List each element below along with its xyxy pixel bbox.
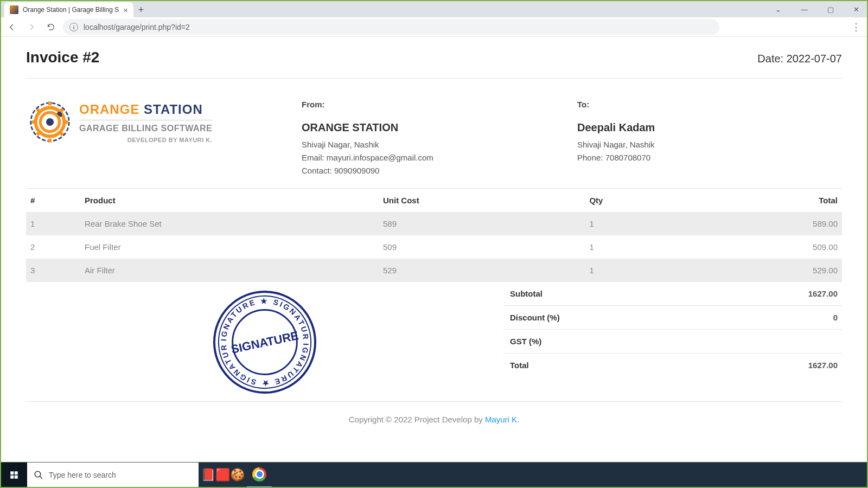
to-label: To: [577,98,842,111]
maximize-button[interactable]: ▢ [823,3,838,16]
page-footer: Copyright © 2022 Project Develop by Mayu… [26,401,842,424]
invoice-header: Invoice #2 Date: 2022-07-07 [26,49,842,79]
signature-stamp-icon: SIGNATURE ★ SIGNATURE SIGNATURE ★ SIGNAT… [211,288,318,396]
th-product: Product [80,189,379,212]
new-tab-button[interactable]: + [133,2,149,17]
invoice-bottom: SIGNATURE ★ SIGNATURE SIGNATURE ★ SIGNAT… [26,282,842,396]
svg-text:SIGNATURE: SIGNATURE [230,329,300,356]
start-button[interactable] [1,463,27,487]
th-num: # [26,189,80,212]
logo-gear-icon [26,98,74,146]
gst-row: GST (%) [503,330,842,354]
subtotal-row: Subtotal 1627.00 [503,282,842,306]
chrome-icon [252,467,266,481]
th-total: Total [687,189,842,212]
search-icon [34,470,43,480]
invoice-date: Date: 2022-07-07 [757,53,842,65]
address-bar[interactable]: i localhost/garage/print.php?id=2 [63,19,719,35]
forward-button[interactable] [24,20,39,35]
from-address: Shivaji Nagar, Nashik [302,138,566,151]
table-row: 1 Rear Brake Shoe Set 589 1 589.00 [26,212,842,235]
signature-area: SIGNATURE ★ SIGNATURE SIGNATURE ★ SIGNAT… [26,282,503,396]
tab-title: Orange Station | Garage Billing S [23,6,119,14]
close-window-button[interactable]: ✕ [849,3,864,16]
taskbar-widgets[interactable]: 📕🟥🍪 [199,468,247,482]
totals-block: Subtotal 1627.00 Discount (%) 0 GST (%) … [503,282,842,396]
total-row: Total 1627.00 [503,354,842,377]
tab-favicon [10,5,18,14]
site-info-icon[interactable]: i [69,23,78,31]
window-controls: ⌄ — ▢ ✕ [771,1,864,17]
table-row: 3 Air Filter 529 1 529.00 [26,259,842,282]
th-unit-cost: Unit Cost [379,189,585,212]
arrow-right-icon [27,23,36,31]
url-text: localhost/garage/print.php?id=2 [84,23,190,31]
items-table: # Product Unit Cost Qty Total 1 Rear Bra… [26,189,842,282]
arrow-left-icon [8,23,16,31]
to-name: Deepali Kadam [577,119,842,136]
chevron-down-icon[interactable]: ⌄ [771,3,786,16]
taskbar-search[interactable]: Type here to search [27,463,199,487]
to-address: Shivaji Nagar, Nashik [577,138,842,151]
browser-menu-button[interactable]: ⋮ [848,20,864,35]
taskbar-chrome[interactable] [247,463,272,487]
svg-point-2 [46,118,54,126]
windows-taskbar: Type here to search 📕🟥🍪 [1,462,867,487]
windows-icon [9,470,19,480]
logo-text: ORANGE STATION GARAGE BILLING SOFTWARE D… [79,99,212,145]
table-header-row: # Product Unit Cost Qty Total [26,189,842,212]
from-email: Email: mayuri.infospace@gmail.com [302,151,566,164]
browser-toolbar: i localhost/garage/print.php?id=2 ⋮ [1,17,867,37]
reload-icon [47,23,55,31]
invoice-title: Invoice #2 [26,49,99,66]
from-contact: Contact: 9090909090 [302,164,566,177]
company-logo: ORANGE STATION GARAGE BILLING SOFTWARE D… [26,98,291,177]
table-row: 2 Fuel Filter 509 1 509.00 [26,235,842,259]
from-label: From: [302,98,566,111]
from-name: ORANGE STATION [302,119,566,136]
minimize-button[interactable]: — [796,3,812,16]
back-button[interactable] [4,20,20,35]
invoice-page: Invoice #2 Date: 2022-07-07 [2,38,866,435]
tab-close-icon[interactable]: × [123,5,128,15]
browser-tab-strip: Orange Station | Garage Billing S × + ⌄ … [1,1,867,17]
browser-tab-active[interactable]: Orange Station | Garage Billing S × [4,2,133,17]
from-block: From: ORANGE STATION Shivaji Nagar, Nash… [302,98,566,177]
search-placeholder: Type here to search [49,471,116,479]
invoice-info: ORANGE STATION GARAGE BILLING SOFTWARE D… [26,79,842,189]
reload-button[interactable] [43,20,59,35]
author-link[interactable]: Mayuri K. [485,415,519,424]
to-phone: Phone: 7080708070 [577,151,842,164]
discount-row: Discount (%) 0 [503,306,842,330]
th-qty: Qty [585,189,687,212]
page-viewport[interactable]: Invoice #2 Date: 2022-07-07 [2,38,866,461]
svg-point-9 [35,471,41,477]
to-block: To: Deepali Kadam Shivaji Nagar, Nashik … [577,98,842,177]
